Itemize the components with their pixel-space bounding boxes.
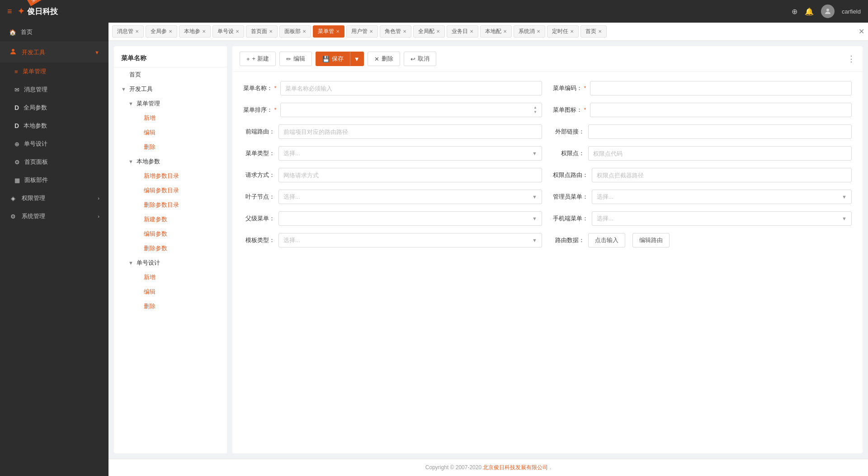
tab-close-icon[interactable]: ✕ (135, 29, 139, 34)
sidebar-item-serial-design[interactable]: ⊕ 单号设计 (0, 135, 108, 153)
tab-scheduler[interactable]: 定时任 ✕ (547, 25, 579, 38)
tab-close-icon[interactable]: ✕ (369, 29, 373, 34)
footer-company-link[interactable]: 北京俊日科技发展有限公司 (483, 464, 548, 471)
tree-leaf-del-param-dir[interactable]: 删除参数目录 (128, 198, 227, 212)
permission-code-input[interactable] (588, 146, 852, 161)
bell-icon[interactable]: 🔔 (805, 7, 814, 16)
serial-design-icon: ⊕ (14, 141, 19, 148)
sidebar-item-local-param[interactable]: D 本地参数 (0, 117, 108, 135)
admin-menu-select[interactable]: 选择... ▼ (592, 190, 852, 204)
tree-node-label: 删除 (144, 143, 156, 151)
tab-role-mgmt[interactable]: 角色管 ✕ (380, 25, 411, 38)
request-method-input[interactable] (278, 168, 542, 182)
tab-panel-widget[interactable]: 面板部 ✕ (279, 25, 311, 38)
delete-button[interactable]: ✕ 删除 (368, 52, 400, 66)
tab-local-config[interactable]: 本地配 ✕ (480, 25, 512, 38)
tab-close-icon[interactable]: ✕ (169, 29, 172, 34)
tab-close-icon[interactable]: ✕ (570, 29, 574, 34)
cancel-button[interactable]: ↩ 取消 (404, 52, 436, 66)
new-button[interactable]: + + 新建 (240, 52, 276, 66)
menu-icon-input[interactable] (590, 103, 852, 117)
menu-name-input[interactable] (280, 81, 542, 95)
page-content: 菜单名称 首页 ▼ 开发工具 ▼ 菜单管理 (108, 41, 868, 459)
tree-node-devtools[interactable]: ▼ 开发工具 (114, 82, 227, 96)
tab-close-icon[interactable]: ✕ (470, 29, 473, 34)
sidebar-item-global-param[interactable]: D 全局参数 (0, 99, 108, 117)
form-group-admin-menu: 管理员菜单： 选择... ▼ (553, 190, 852, 204)
tree-leaf-edit-param-dir[interactable]: 编辑参数目录 (128, 183, 227, 198)
tab-close-icon[interactable]: ✕ (598, 29, 602, 34)
template-type-select[interactable]: 选择... ▼ (278, 233, 542, 248)
leaf-node-select[interactable]: 选择... ▼ (278, 190, 542, 204)
tree-leaf-delete[interactable]: 删除 (128, 140, 227, 154)
permission-route-input[interactable] (592, 168, 852, 182)
devtools-arrow-icon: ▼ (94, 50, 99, 55)
tab-close-icon[interactable]: ✕ (403, 29, 406, 34)
tab-user-mgmt[interactable]: 用户管 ✕ (346, 25, 378, 38)
toolbar-more-icon[interactable]: ⋮ (847, 54, 855, 64)
tree-leaf-edit-param[interactable]: 编辑参数 (128, 227, 227, 241)
tab-menu-mgmt[interactable]: 菜单管 ✕ (313, 25, 344, 38)
menu-toggle-icon[interactable]: ≡ (7, 7, 12, 16)
move-icon[interactable]: ⊕ (792, 7, 797, 16)
form-group-mobile-menu: 手机端菜单： 选择... ▼ (553, 211, 852, 226)
tab-serial-design[interactable]: 单号设 ✕ (212, 25, 244, 38)
tab-biz-log[interactable]: 业务日 ✕ (447, 25, 478, 38)
sidebar-item-label-local-param: 本地参数 (24, 122, 47, 130)
sidebar-item-system[interactable]: ⚙ 系统管理 › (0, 207, 108, 225)
edit-button[interactable]: ✏ 编辑 (279, 52, 312, 66)
avatar[interactable] (821, 5, 835, 18)
sidebar-item-home-panel[interactable]: ⚙ 首页面板 (0, 153, 108, 171)
save-dropdown-button[interactable]: ▼ (350, 52, 364, 66)
svg-point-0 (826, 9, 829, 11)
sidebar-item-menu-mgmt[interactable]: ≡ 菜单管理 (0, 62, 108, 81)
menu-code-input[interactable] (590, 81, 852, 95)
external-link-input[interactable] (588, 124, 852, 139)
tab-close-icon[interactable]: ✕ (436, 29, 440, 34)
tab-close-icon[interactable]: ✕ (503, 29, 507, 34)
tree-leaf-del-param[interactable]: 删除参数 (128, 241, 227, 256)
tree-leaf-new[interactable]: 新增 (128, 111, 227, 125)
tree-leaf-add-param[interactable]: 新建参数 (128, 212, 227, 227)
tab-sys-msg[interactable]: 系统消 ✕ (514, 25, 545, 38)
tab-close-icon[interactable]: ✕ (302, 29, 306, 34)
tab-global-param[interactable]: 全局参 ✕ (146, 25, 177, 38)
tab-close-icon[interactable]: ✕ (236, 29, 239, 34)
tab-local-param[interactable]: 本地参 ✕ (179, 25, 211, 38)
sidebar-item-panel-widget[interactable]: ▦ 面板部件 (0, 171, 108, 189)
tab-close-icon[interactable]: ✕ (202, 29, 206, 34)
tree-node-local-param[interactable]: ▼ 本地参数 (121, 154, 227, 169)
mobile-menu-select[interactable]: 选择... ▼ (592, 211, 852, 226)
tab-close-icon[interactable]: ✕ (336, 29, 340, 34)
tab-global-config[interactable]: 全局配 ✕ (413, 25, 445, 38)
tab-close-icon[interactable]: ✕ (269, 29, 273, 34)
route-data-edit-button[interactable]: 编辑路由 (632, 233, 670, 248)
tree-node-label: 编辑 (144, 129, 156, 137)
tab-msg-mgmt[interactable]: 消息管 ✕ (112, 25, 144, 38)
tree-node-serial-design[interactable]: ▼ 单号设计 (121, 256, 227, 270)
sidebar-item-msg-mgmt[interactable]: ✉ 消息管理 (0, 81, 108, 99)
menu-type-select[interactable]: 选择... ▼ (278, 146, 542, 161)
tree-node-home[interactable]: 首页 (114, 67, 227, 82)
save-button[interactable]: 💾 保存 (316, 52, 350, 66)
tab-home[interactable]: 首页 ✕ (580, 25, 607, 38)
tree-leaf-add-param-dir[interactable]: 新增参数目录 (128, 169, 227, 183)
parent-menu-select[interactable]: ▼ (278, 211, 542, 226)
tree-leaf-edit[interactable]: 编辑 (128, 125, 227, 140)
tree-leaf-serial-del[interactable]: 删除 (128, 299, 227, 314)
sidebar-item-home[interactable]: 🏠 首页 (0, 23, 108, 42)
tree-node-menu-mgmt[interactable]: ▼ 菜单管理 (121, 96, 227, 111)
frontend-route-input[interactable] (278, 124, 542, 139)
number-down-icon[interactable]: ▼ (533, 110, 537, 114)
template-type-label: 模板类型： (243, 236, 275, 244)
tree-leaf-serial-edit[interactable]: 编辑 (128, 285, 227, 299)
tabs-close-all-icon[interactable]: ✕ (859, 27, 864, 36)
sidebar-group-header-devtools[interactable]: 开发工具 ▼ (0, 42, 108, 62)
tab-home-panel[interactable]: 首页面 ✕ (246, 25, 278, 38)
number-up-icon[interactable]: ▲ (533, 105, 537, 110)
tab-close-icon[interactable]: ✕ (537, 29, 540, 34)
menu-order-input[interactable]: ▲ ▼ (280, 103, 542, 117)
tree-leaf-serial-new[interactable]: 新增 (128, 270, 227, 285)
route-data-input-button[interactable]: 点击输入 (588, 233, 625, 248)
sidebar-item-permission[interactable]: ◈ 权限管理 › (0, 189, 108, 207)
